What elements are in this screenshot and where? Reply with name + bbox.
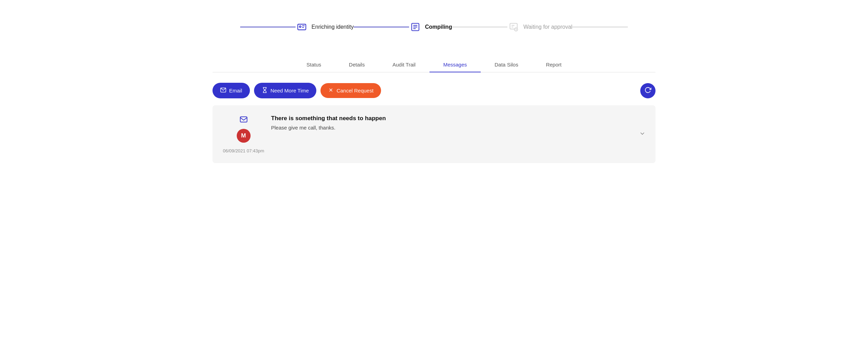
tab-details[interactable]: Details (335, 57, 379, 72)
cancel-request-button[interactable]: Cancel Request (320, 83, 381, 98)
step-line-2 (354, 27, 409, 27)
tab-bar: Status Details Audit Trail Messages Data… (213, 57, 655, 72)
step-waiting: Waiting for approval (507, 21, 572, 33)
email-button[interactable]: Email (213, 83, 250, 98)
step-enriching: Enriching identity (296, 21, 354, 33)
tab-messages[interactable]: Messages (430, 57, 481, 72)
tab-data-silos[interactable]: Data Silos (481, 57, 532, 72)
expand-chevron-icon[interactable] (639, 130, 646, 139)
refresh-icon (644, 87, 651, 95)
tab-report[interactable]: Report (532, 57, 575, 72)
svg-rect-17 (240, 117, 247, 122)
email-icon (220, 87, 226, 94)
refresh-button[interactable] (640, 83, 655, 98)
step-waiting-label: Waiting for approval (523, 24, 572, 30)
step-line-4 (572, 27, 628, 27)
message-card: M 06/09/2021 07:43pm There is something … (213, 105, 655, 163)
hourglass-icon (262, 87, 268, 94)
step-compiling-label: Compiling (425, 24, 452, 30)
action-buttons: Email Need More Time Cancel Request (213, 83, 655, 98)
step-line-3 (452, 27, 507, 27)
need-more-time-button[interactable]: Need More Time (254, 83, 317, 98)
message-left-panel: M 06/09/2021 07:43pm (223, 115, 264, 153)
message-type-icon (238, 115, 249, 125)
svg-rect-0 (298, 24, 306, 30)
tab-status[interactable]: Status (293, 57, 335, 72)
message-timestamp: 06/09/2021 07:43pm (223, 148, 264, 153)
need-more-time-label: Need More Time (271, 88, 309, 94)
x-icon (328, 87, 334, 94)
step-line-1 (240, 27, 296, 27)
message-body: Please give me call, thanks. (271, 125, 645, 131)
step-compiling: Compiling (409, 21, 452, 33)
id-card-icon (296, 21, 308, 33)
step-enriching-label: Enriching identity (311, 24, 354, 30)
clock-lock-icon (507, 21, 520, 33)
message-content: There is something that needs to happen … (271, 115, 645, 131)
cancel-request-label: Cancel Request (336, 88, 373, 94)
email-button-label: Email (229, 88, 242, 94)
svg-point-1 (299, 26, 301, 28)
avatar: M (237, 129, 251, 143)
progress-bar: Enriching identity Compiling (213, 14, 655, 40)
list-icon (409, 21, 422, 33)
message-title: There is something that needs to happen (271, 115, 645, 122)
tab-audit-trail[interactable]: Audit Trail (379, 57, 430, 72)
